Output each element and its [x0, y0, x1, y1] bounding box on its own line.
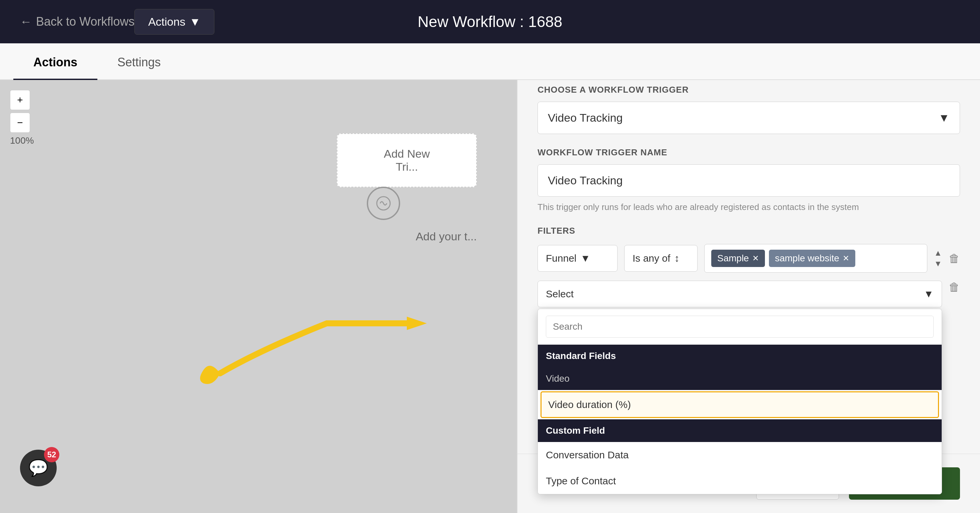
- filter-down-button[interactable]: ▼: [934, 259, 942, 268]
- trigger-hint: This trigger only runs for leads who are…: [538, 202, 960, 212]
- filters-label: FILTERS: [538, 226, 960, 236]
- workflow-title: New Workflow : 1688: [418, 13, 563, 31]
- filter-up-button[interactable]: ▲: [934, 248, 942, 258]
- back-to-workflows-link[interactable]: ← Back to Workflows: [20, 15, 134, 29]
- zoom-in-button[interactable]: +: [10, 90, 30, 110]
- dropdown-search-input[interactable]: [546, 316, 934, 338]
- filter-tags-container: Sample ✕ sample website ✕: [704, 244, 928, 273]
- workflow-icon-circle: [367, 187, 400, 220]
- chat-icon: 💬: [29, 459, 48, 477]
- filter-field-select[interactable]: Funnel ▼: [538, 245, 617, 272]
- conversation-data-item[interactable]: Conversation Data: [538, 442, 942, 468]
- panel-body: CHOOSE A WORKFLOW TRIGGER Video Tracking…: [517, 68, 980, 332]
- tab-actions[interactable]: Actions: [13, 46, 97, 80]
- remove-sample-tag[interactable]: ✕: [752, 254, 759, 263]
- filter-select-button[interactable]: Select ▼: [538, 281, 942, 307]
- select-dropdown-container: Select ▼ Standard Fields Video Video dur…: [538, 281, 942, 307]
- dropdown-search-area: [538, 309, 942, 345]
- filter-operator-select[interactable]: Is any of ↕: [624, 245, 698, 272]
- filter-delete-button[interactable]: 🗑: [949, 252, 960, 265]
- video-duration-item[interactable]: Video duration (%): [541, 391, 939, 418]
- tag-sample-website[interactable]: sample website ✕: [769, 250, 855, 267]
- choose-trigger-select[interactable]: Video Tracking ▼: [538, 102, 960, 134]
- chevron-down-icon: ▼: [581, 253, 590, 264]
- back-label: Back to Workflows: [36, 15, 134, 29]
- filter-row-1: Funnel ▼ Is any of ↕ Sample ✕ sample web…: [538, 244, 960, 273]
- add-trigger-text: Add New Tri...: [364, 147, 450, 173]
- chat-badge: 52: [44, 447, 59, 462]
- custom-field-header: Custom Field: [538, 419, 942, 442]
- filter-arrows: ▲ ▼: [934, 248, 942, 268]
- remove-website-tag[interactable]: ✕: [843, 254, 849, 263]
- filter-row2-delete-button[interactable]: 🗑: [949, 281, 960, 294]
- tab-bar: Actions Settings: [0, 43, 980, 80]
- filter-row-2: Select ▼ Standard Fields Video Video dur…: [538, 281, 960, 307]
- add-your-trigger-text: Add your t...: [416, 230, 477, 243]
- workflow-canvas: + − 100% Add New Tri... Add your t...: [0, 80, 517, 513]
- chevron-down-icon: ▼: [189, 15, 201, 29]
- trigger-name-input[interactable]: [538, 164, 960, 197]
- zoom-out-button[interactable]: −: [10, 113, 30, 133]
- choose-trigger-label: CHOOSE A WORKFLOW TRIGGER: [538, 85, 960, 95]
- filter-dropdown-menu: Standard Fields Video Video duration (%)…: [538, 309, 942, 494]
- tab-settings[interactable]: Settings: [97, 46, 181, 80]
- trigger-name-label: WORKFLOW TRIGGER NAME: [538, 147, 960, 158]
- back-arrow-icon: ←: [20, 15, 32, 29]
- chat-bubble[interactable]: 💬 52: [20, 449, 57, 486]
- tag-sample[interactable]: Sample ✕: [711, 250, 765, 267]
- type-of-contact-item[interactable]: Type of Contact: [538, 468, 942, 494]
- actions-button[interactable]: Actions ▼: [134, 9, 214, 35]
- chevron-up-down-icon: ↕: [674, 253, 679, 264]
- video-subheader: Video: [538, 367, 942, 390]
- chevron-down-icon: ▼: [924, 288, 934, 300]
- chevron-down-icon: ▼: [938, 111, 950, 124]
- add-trigger-box[interactable]: Add New Tri...: [337, 133, 477, 187]
- zoom-controls: + − 100%: [10, 90, 34, 146]
- zoom-level: 100%: [10, 135, 34, 146]
- standard-fields-header: Standard Fields: [538, 345, 942, 367]
- top-navigation: ← Back to Workflows New Workflow : 1688 …: [0, 0, 980, 43]
